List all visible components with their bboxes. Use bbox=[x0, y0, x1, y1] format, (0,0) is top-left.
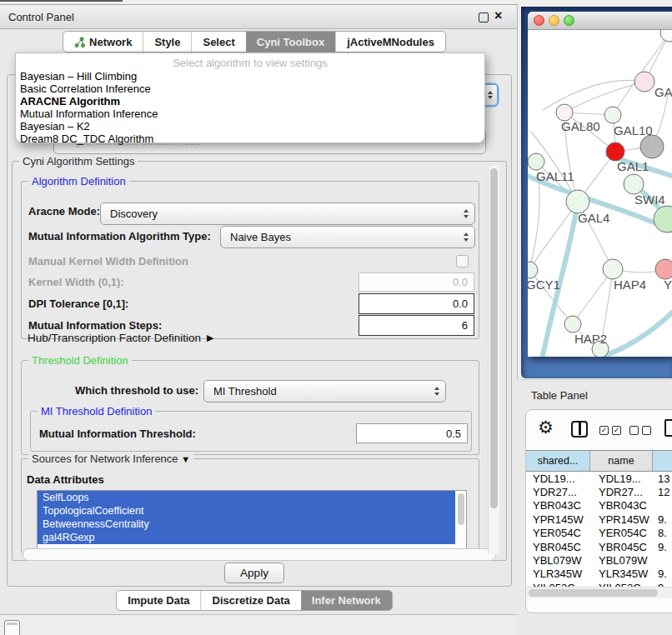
tab-label: Style bbox=[154, 36, 180, 48]
control-panel: Control Panel × NetworkStyleSelectCyni T… bbox=[0, 4, 518, 615]
which-threshold-select[interactable]: MI Threshold bbox=[203, 380, 446, 402]
table-row[interactable]: YDR27...YDR27...12 bbox=[526, 485, 672, 498]
data-attributes-label: Data Attributes bbox=[27, 473, 104, 486]
checked-checkbox-icon[interactable]: ✓ bbox=[612, 426, 621, 435]
table-row[interactable]: YBR043CYBR043C bbox=[526, 499, 672, 512]
table-cell: 13 bbox=[653, 472, 672, 485]
scrollbar-thumb[interactable] bbox=[490, 168, 498, 508]
node-gal80[interactable] bbox=[556, 104, 573, 121]
stepper-up-icon bbox=[488, 91, 493, 94]
close-panel-icon[interactable]: × bbox=[494, 8, 502, 23]
hidden-panel-icon[interactable] bbox=[4, 620, 20, 635]
tab-network[interactable]: Network bbox=[63, 32, 143, 52]
tab-jactivemnodules[interactable]: jActiveMNodules bbox=[335, 32, 445, 52]
algorithm-option-aracne-algorithm[interactable]: ARACNE Algorithm bbox=[16, 95, 484, 108]
settings-vertical-scrollbar[interactable] bbox=[488, 166, 499, 554]
node-gal-pink[interactable] bbox=[634, 72, 654, 92]
network-window[interactable]: GALGAL80GAL10GAL1GAL11SWI4GAL4GCY1HAP4YH… bbox=[528, 12, 672, 357]
table-row[interactable]: YER054CYER054C8. bbox=[526, 527, 672, 540]
apply-button[interactable]: Apply bbox=[224, 562, 284, 583]
mi-type-select[interactable]: Naive Bayes bbox=[220, 226, 475, 248]
unchecked-checkbox-icon[interactable] bbox=[629, 426, 639, 435]
network-edge bbox=[543, 80, 644, 110]
network-canvas[interactable]: GALGAL80GAL10GAL1GAL11SWI4GAL4GCY1HAP4YH… bbox=[528, 30, 672, 357]
mi-type-label: Mutual Information Algorithm Type: bbox=[28, 230, 211, 242]
dpi-tolerance-field[interactable]: 0.0 bbox=[359, 293, 474, 314]
mi-steps-field[interactable]: 6 bbox=[359, 315, 474, 336]
focused-combo-stepper[interactable] bbox=[484, 85, 497, 105]
algorithm-option-bayesian-k2[interactable]: Bayesian – K2 bbox=[16, 120, 484, 132]
node-right-green[interactable] bbox=[654, 206, 672, 232]
sources-group-title[interactable]: Sources for Network Inference ▼ bbox=[28, 452, 193, 465]
control-panel-tabs: NetworkStyleSelectCyni ToolboxjActiveMNo… bbox=[63, 31, 446, 52]
node-label-swi4: SWI4 bbox=[634, 192, 665, 207]
node-hap4[interactable] bbox=[603, 259, 623, 279]
node-gal11[interactable] bbox=[528, 153, 544, 170]
node-gal10[interactable] bbox=[604, 107, 621, 123]
scrollbar-thumb[interactable] bbox=[529, 589, 658, 597]
table-row[interactable]: YBR045CYBR045C9. bbox=[526, 540, 672, 553]
unchecked-checkbox-icon[interactable] bbox=[642, 426, 651, 435]
node-swi4[interactable] bbox=[624, 174, 644, 194]
tab-select[interactable]: Select bbox=[191, 32, 245, 52]
attribute-betweennesscentrality[interactable]: BetweennessCentrality bbox=[38, 518, 455, 531]
table-rows[interactable]: YDL19...YDL19...13YDR27...YDR27...12YBR0… bbox=[526, 472, 672, 587]
tab-infer-network[interactable]: Infer Network bbox=[301, 591, 392, 610]
column-header-partial[interactable] bbox=[653, 451, 672, 471]
table-row[interactable]: YBL079WYBL079W bbox=[526, 553, 672, 567]
attribute-selfloops[interactable]: SelfLoops bbox=[38, 491, 455, 504]
tab-impute-data[interactable]: Impute Data bbox=[117, 591, 200, 610]
algorithm-option-dream8-dc-tdc-algorithm[interactable]: Dream8 DC_TDC Algorithm bbox=[16, 132, 484, 145]
aracne-mode-label: Aracne Mode: bbox=[28, 205, 100, 218]
data-attributes-list[interactable]: SelfLoopsTopologicalCoefficientBetweenne… bbox=[37, 490, 467, 550]
checked-checkbox-icon[interactable]: ✓ bbox=[599, 426, 609, 435]
columns-icon[interactable] bbox=[571, 421, 588, 438]
which-threshold-label: Which threshold to use: bbox=[75, 384, 198, 397]
network-window-titlebar[interactable] bbox=[528, 12, 672, 30]
mi-threshold-field[interactable]: 0.5 bbox=[356, 423, 468, 443]
algorithm-option-bayesian-hill-climbing[interactable]: Bayesian – Hill Climbing bbox=[16, 70, 484, 82]
tab-discretize-data[interactable]: Discretize Data bbox=[201, 591, 301, 610]
column-header-name[interactable]: name bbox=[590, 451, 653, 471]
scrollbar-thumb[interactable] bbox=[458, 493, 464, 525]
aracne-mode-value: Discovery bbox=[110, 208, 158, 220]
algorithm-dropdown-prompt: Select algorithm to view settings bbox=[16, 53, 484, 70]
node-gal1[interactable] bbox=[606, 142, 624, 161]
node-gray[interactable] bbox=[640, 135, 664, 158]
hub-definition-expander[interactable]: Hub/Transcription Factor Definition ▶ bbox=[28, 332, 214, 344]
table-row[interactable]: YLR345WYLR345W9. bbox=[526, 568, 672, 581]
manual-kernel-checkbox[interactable] bbox=[456, 255, 469, 268]
tab-style[interactable]: Style bbox=[143, 32, 191, 52]
attribute-topologicalcoefficient[interactable]: TopologicalCoefficient bbox=[38, 504, 455, 518]
table-card: ⚙ ✓✓ shared...name YDL19...YDL19...13YDR… bbox=[525, 409, 672, 613]
table-row[interactable]: YDL19...YDL19...13 bbox=[526, 472, 672, 485]
column-header-shared[interactable]: shared... bbox=[526, 451, 590, 471]
table-panel: Table Panel ⚙ ✓✓ shared...name YDL19...Y… bbox=[517, 379, 672, 635]
aracne-mode-select[interactable]: Discovery bbox=[100, 202, 475, 225]
list-scrollbar[interactable] bbox=[456, 492, 465, 548]
table-row[interactable]: YPR145WYPR145W9. bbox=[526, 512, 672, 526]
node-salmon[interactable] bbox=[655, 259, 672, 279]
table-cell: YBR043C bbox=[590, 499, 653, 512]
float-panel-icon[interactable] bbox=[479, 12, 489, 22]
attribute-gal4rgexp[interactable]: gal4RGexp bbox=[38, 531, 455, 544]
node-top[interactable] bbox=[660, 30, 672, 42]
settings-group-title: Cyni Algorithm Settings bbox=[19, 155, 138, 168]
node-gcy1[interactable] bbox=[528, 262, 538, 278]
dpi-tolerance-label: DPI Tolerance [0,1]: bbox=[28, 298, 128, 310]
minimize-traffic-light[interactable] bbox=[549, 15, 559, 26]
tab-cyni-toolbox[interactable]: Cyni Toolbox bbox=[246, 32, 335, 52]
document-icon[interactable] bbox=[664, 419, 672, 437]
node-hap2[interactable] bbox=[564, 316, 581, 332]
settings-horizontal-scrollbar[interactable] bbox=[23, 548, 496, 561]
gear-icon[interactable]: ⚙ bbox=[538, 418, 554, 438]
node-gal4[interactable] bbox=[566, 190, 589, 213]
zoom-traffic-light[interactable] bbox=[564, 15, 574, 26]
table-row[interactable]: YIL052CYIL052C9. bbox=[526, 581, 672, 587]
algorithm-option-mutual-information-inference[interactable]: Mutual Information Inference bbox=[16, 108, 484, 120]
expand-right-icon: ▶ bbox=[207, 332, 213, 343]
table-horizontal-scrollbar[interactable] bbox=[526, 587, 672, 598]
close-traffic-light[interactable] bbox=[534, 15, 544, 26]
algorithm-option-basic-correlation-inference[interactable]: Basic Correlation Inference bbox=[16, 82, 484, 95]
network-edge bbox=[571, 303, 672, 357]
